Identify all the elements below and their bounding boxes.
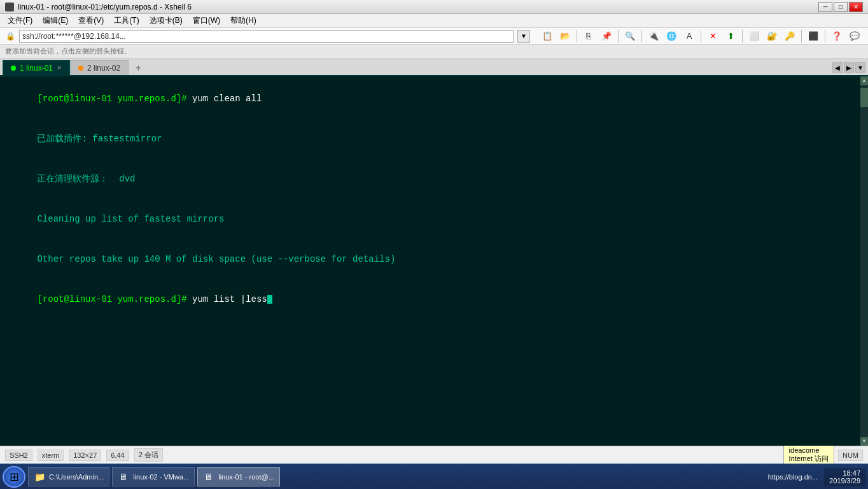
menu-bar: 文件(F) 编辑(E) 查看(V) 工具(T) 选项卡(B) 窗口(W) 帮助(… [0,14,868,28]
toolbar-separator-2 [618,30,619,43]
maximize-term-button[interactable]: ⬜ [746,28,762,45]
tooltip-popup: ideacome Internet 访问 [783,444,834,465]
session-bar: 要添加当前会话，点击左侧的箭头按钮。 [0,45,868,59]
menu-help[interactable]: 帮助(H) [225,14,262,27]
toolbar-separator-6 [801,30,802,43]
copy-button[interactable]: ⎘ [580,28,597,45]
start-button[interactable]: ⊞ [3,466,25,488]
toolbar-separator-5 [742,30,743,43]
clock-date: 2019/3/29 [829,477,860,485]
font-button[interactable]: A [681,28,697,45]
tab-label-1: 1 linux-01 [20,64,53,73]
tab-bar: 1 linux-01 ✕ 2 linux-02 + ◀ ▶ ▼ [0,59,868,76]
status-sessions: 2 会话 [134,448,163,462]
lock-button[interactable]: 🔐 [764,28,780,45]
tab-menu-button[interactable]: ▼ [855,62,865,73]
taskbar-tray: https://blog.dn... 18:47 2019/3/29 [764,468,865,486]
toolbar-separator-3 [641,30,642,43]
terminal-line-3: 正在清理软件源： dvd [5,159,863,199]
taskbar-linux02[interactable]: 🖥 linux-02 - VMwa... [112,467,195,486]
tab-prev-button[interactable]: ◀ [832,62,843,73]
tab-add-button[interactable]: + [131,61,145,75]
system-clock: 18:47 2019/3/29 [824,468,865,486]
connect-button[interactable]: 🔌 [645,28,662,45]
address-dropdown[interactable]: ▼ [517,30,530,43]
tooltip-line2: Internet 访问 [789,454,829,464]
menu-tabs[interactable]: 选项卡(B) [144,14,188,27]
xshell-icon: 🖥 [203,471,214,483]
restore-button[interactable]: □ [834,2,848,12]
menu-view[interactable]: 查看(V) [73,14,109,27]
terminal-line-6: [root@linux-01 yum.repos.d]# yum list |l… [5,280,863,320]
clock-time: 18:47 [829,469,860,477]
tooltip-line1: ideacome [789,446,829,454]
tab-label-2: 2 linux-02 [87,64,120,73]
scroll-up-button[interactable]: ▲ [860,76,868,85]
tab-close-1[interactable]: ✕ [57,64,62,71]
terminal-line-1: [root@linux-01 yum.repos.d]# yum clean a… [5,79,863,119]
scroll-down-button[interactable]: ▼ [860,437,868,446]
explorer-icon: 📁 [34,471,45,483]
tab-next-button[interactable]: ▶ [844,62,854,73]
status-position: 6,44 [106,450,129,461]
tab-navigation: ◀ ▶ ▼ [832,62,865,73]
status-xterm: xterm [38,450,64,461]
cmd-2: yum list |less [192,294,267,304]
status-right: ideacome Internet 访问 NUM [783,444,863,465]
xftp-button[interactable]: ✕ [704,28,721,45]
toolbar-separator-4 [701,30,701,43]
globe-button[interactable]: 🌐 [663,28,680,45]
status-ssh: SSH2 [5,450,32,461]
search-button[interactable]: 🔍 [622,28,638,45]
close-button[interactable]: ✕ [849,2,863,12]
status-bar: SSH2 xterm 132×27 6,44 2 会话 ideacome Int… [0,446,868,464]
tray-url: https://blog.dn... [764,472,822,482]
upload-button[interactable]: ⬆ [722,28,739,45]
prompt-1: [root@linux-01 yum.repos.d]# [37,94,192,104]
window-controls: ─ □ ✕ [818,2,863,12]
scroll-thumb[interactable] [860,88,868,107]
prompt-2: [root@linux-01 yum.repos.d]# [37,294,192,304]
taskbar-xshell[interactable]: 🖥 linux-01 - root@... [197,467,280,486]
menu-window[interactable]: 窗口(W) [188,14,225,27]
tab-dot-1 [11,66,16,71]
menu-file[interactable]: 文件(F) [3,14,38,27]
terminal[interactable]: [root@linux-01 yum.repos.d]# yum clean a… [0,76,868,446]
scroll-track [860,107,868,437]
window-title: linux-01 - root@linux-01:/etc/yum.repos.… [18,3,192,11]
terminal-line-4: Cleaning up list of fastest mirrors [5,199,863,239]
menu-tools[interactable]: 工具(T) [109,14,144,27]
lock-icon: 🔒 [5,31,15,41]
menu-edit[interactable]: 编辑(E) [38,14,73,27]
paste-button[interactable]: 📌 [598,28,615,45]
title-bar: linux-01 - root@linux-01:/etc/yum.repos.… [0,0,868,14]
taskbar: ⊞ 📁 C:\Users\Admin... 🖥 linux-02 - VMwa.… [0,464,868,489]
app-icon [5,3,14,11]
new-session-button[interactable]: 📋 [539,28,556,45]
open-button[interactable]: 📂 [557,28,573,45]
session-bar-text: 要添加当前会话，点击左侧的箭头按钮。 [5,46,131,56]
terminal-scrollbar[interactable]: ▲ ▼ [860,76,868,446]
status-size: 132×27 [69,450,101,461]
tab-dot-2 [78,66,83,71]
key-button[interactable]: 🔑 [781,28,798,45]
bookmark-button[interactable]: ⬛ [805,28,822,45]
minimize-button[interactable]: ─ [818,2,832,12]
linux02-icon: 🖥 [118,471,129,483]
tab-linux02[interactable]: 2 linux-02 [70,60,129,75]
cmd-1: yum clean all [192,94,262,104]
address-input[interactable] [19,30,514,43]
toolbar-separator-7 [825,30,825,43]
address-bar: 🔒 ▼ 📋 📂 ⎘ 📌 🔍 🔌 🌐 A ✕ ⬆ ⬜ 🔐 🔑 ⬛ ❓ [0,28,868,45]
status-num: NUM [838,450,863,461]
taskbar-xshell-label: linux-01 - root@... [218,473,274,481]
taskbar-explorer-label: C:\Users\Admin... [49,473,104,481]
cursor [267,295,272,304]
taskbar-explorer[interactable]: 📁 C:\Users\Admin... [28,467,109,486]
tab-linux01[interactable]: 1 linux-01 ✕ [3,60,70,75]
help-button[interactable]: ❓ [829,28,845,45]
terminal-line-5: Other repos take up 140 M of disk space … [5,239,863,280]
toolbar-separator-1 [577,30,577,43]
chat-button[interactable]: 💬 [846,28,863,45]
taskbar-linux02-label: linux-02 - VMwa... [133,473,189,481]
